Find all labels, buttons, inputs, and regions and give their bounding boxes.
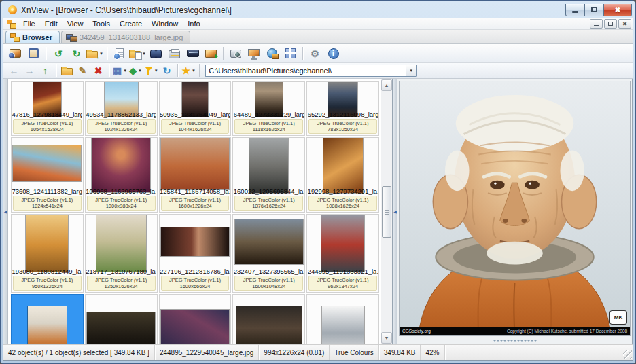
thumbnail-format: JPEG TrueColor (v1.1) <box>235 120 302 126</box>
thumbnail-cell[interactable]: 47816_1279818449_largeJPEG TrueColor (v1… <box>11 81 84 136</box>
forward-button[interactable]: → <box>22 65 37 77</box>
thumbnail-cell[interactable] <box>11 294 84 344</box>
copy-to-icon <box>129 51 141 58</box>
thumbnail-cell[interactable]: 65292_1312116098_largeJPEG TrueColor (v1… <box>306 81 379 136</box>
refresh-button[interactable]: ↻ <box>160 65 174 77</box>
vertical-scrollbar[interactable]: ▲ ▼ <box>381 79 392 344</box>
view-mode-button[interactable]: ▦▼ <box>113 65 127 77</box>
thumbnail-dimensions: 950x1326x24 <box>14 283 81 289</box>
resize-grip[interactable] <box>623 350 632 359</box>
thumbnail-image-area <box>308 139 377 187</box>
thumbnail-image-area <box>308 84 377 111</box>
scan-button[interactable] <box>184 46 201 62</box>
dropdown-arrow-icon[interactable]: ▼ <box>123 69 127 73</box>
thumbnail-row: 193080_1180812449_la...JPEG TrueColor (v… <box>10 213 380 293</box>
sort-button[interactable]: ◆▼ <box>128 65 143 77</box>
scrollbar-track[interactable] <box>381 91 392 332</box>
convert-button[interactable]: ▼ <box>86 46 103 62</box>
maximize-button[interactable] <box>584 4 603 16</box>
preview-bottom-splitter[interactable] <box>398 338 632 344</box>
edit-button[interactable]: ✎ <box>75 65 90 77</box>
thumbnail-cell[interactable] <box>159 294 232 344</box>
thumbnail-info: JPEG TrueColor (v1.1)1044x1626x24 <box>161 119 230 134</box>
browse-button[interactable] <box>7 46 24 62</box>
menu-item-create[interactable]: Create <box>115 19 147 29</box>
thumbnail-image <box>161 228 229 256</box>
slideshow-button[interactable] <box>202 46 219 62</box>
menu-item-file[interactable]: File <box>18 19 40 29</box>
settings-button[interactable]: ⚙ <box>306 46 323 62</box>
mdi-close-button[interactable]: ✖ <box>618 19 631 29</box>
scrollbar-thumb[interactable] <box>382 186 391 238</box>
thumbnail-dimensions: 1024x1226x24 <box>88 126 155 132</box>
title-bar[interactable]: XnView - [Browser - C:\Users\thibaud\Pic… <box>3 1 633 18</box>
thumbnail-cell[interactable]: 160022_1205695844_la...JPEG TrueColor (v… <box>232 137 305 213</box>
dropdown-arrow-icon[interactable]: ▼ <box>154 69 158 73</box>
minimize-button[interactable] <box>565 4 584 16</box>
thumbnail-cell[interactable]: 73608_1241111382_largeJPEG TrueColor (v1… <box>11 137 84 213</box>
mdi-restore-button[interactable] <box>604 19 617 29</box>
tab-browser[interactable]: Browser <box>5 31 60 43</box>
fullscreen-button[interactable] <box>25 46 42 62</box>
dropdown-arrow-icon[interactable]: ▼ <box>138 69 142 73</box>
thumbnail-image-area <box>234 139 303 187</box>
close-button[interactable]: ✖ <box>603 4 632 16</box>
contact-sheet-button[interactable] <box>282 46 299 62</box>
convert-icon <box>86 51 98 58</box>
thumbnail-image <box>249 137 288 193</box>
thumbnail-cell[interactable] <box>232 294 305 344</box>
menu-item-window[interactable]: Window <box>147 19 183 29</box>
app-window: XnView - [Browser - C:\Users\thibaud\Pic… <box>0 0 636 364</box>
thumbnail-dimensions: 1600x666x24 <box>162 283 229 289</box>
search-button[interactable] <box>147 46 164 62</box>
menu-item-view[interactable]: View <box>63 19 88 29</box>
preview-image[interactable]: MK CGSociety.org Copyright (C) Michael K… <box>399 81 631 336</box>
up-button[interactable]: ↑ <box>38 65 52 77</box>
thumbnail-cell[interactable]: 227196_1212816786_la...JPEG TrueColor (v… <box>159 214 232 293</box>
thumbnail-cell[interactable]: 125841_1166714058_la...JPEG TrueColor (v… <box>159 137 232 213</box>
menu-item-tools[interactable]: Tools <box>88 19 115 29</box>
address-input[interactable] <box>205 65 406 77</box>
thumbnail-cell[interactable]: 232407_1327395565_la...JPEG TrueColor (v… <box>232 214 305 293</box>
thumbnail-cell[interactable] <box>85 294 158 344</box>
capture-button[interactable] <box>227 46 244 62</box>
thumbnail-cell[interactable]: 49534_1178862133_largeJPEG TrueColor (v1… <box>85 81 158 136</box>
menu-item-edit[interactable]: Edit <box>40 19 63 29</box>
thumbnail-cell[interactable]: 218717_1310767180_la...JPEG TrueColor (v… <box>85 214 158 293</box>
address-dropdown-button[interactable]: ▼ <box>406 65 417 77</box>
thumbnail-cell[interactable]: 244895_1191333321_la...JPEG TrueColor (v… <box>306 214 379 293</box>
copy-to-button[interactable]: ▼ <box>129 46 146 62</box>
thumbnail-dimensions: 1088x1626x24 <box>309 203 376 209</box>
thumbnail-cell[interactable]: 64489_1273331229_largeJPEG TrueColor (v1… <box>232 81 305 136</box>
mdi-minimize-button[interactable] <box>590 19 603 29</box>
dropdown-arrow-icon[interactable]: ▼ <box>142 52 146 56</box>
wallpaper-button[interactable] <box>245 46 262 62</box>
pane-splitter[interactable]: ◀ <box>393 79 398 344</box>
thumbnail-image <box>235 219 303 264</box>
filter-button[interactable]: ▼ <box>144 65 158 77</box>
thumbnail-cell[interactable]: 106968_1163965763_la...JPEG TrueColor (v… <box>85 137 158 213</box>
rotate-right-button[interactable]: ↻ <box>68 46 85 62</box>
scroll-up-button[interactable]: ▲ <box>381 79 392 91</box>
dropdown-arrow-icon[interactable]: ▼ <box>192 69 196 73</box>
thumbnail-cell[interactable]: 193080_1180812449_la...JPEG TrueColor (v… <box>11 214 84 293</box>
scroll-down-button[interactable]: ▼ <box>381 332 392 344</box>
thumbnail-cell[interactable]: 192998_1279734291_la...JPEG TrueColor (v… <box>306 137 379 213</box>
thumbnail-info: JPEG TrueColor (v1.1)783x1050x24 <box>308 119 377 134</box>
thumbnail-info: JPEG TrueColor (v1.1)1024x541x24 <box>13 196 82 211</box>
back-button[interactable]: ← <box>7 65 21 77</box>
tab-image[interactable]: 342459_1314603188_large.jpg <box>61 31 190 43</box>
delete-button[interactable]: ✖ <box>91 65 105 77</box>
main-toolbar: ↺↻▼▼⚙i <box>3 44 633 63</box>
new-folder-button[interactable] <box>60 65 74 77</box>
properties-button[interactable] <box>111 46 128 62</box>
left-collapse-strip[interactable]: ◀ <box>3 79 8 344</box>
thumbnail-cell[interactable] <box>306 294 379 344</box>
favorites-button[interactable]: ★▼ <box>181 65 196 77</box>
rotate-left-button[interactable]: ↺ <box>50 46 67 62</box>
thumbnail-cell[interactable]: 50935_1231764949_largeJPEG TrueColor (v1… <box>159 81 232 136</box>
web-button[interactable] <box>264 46 281 62</box>
menu-item-info[interactable]: Info <box>183 19 205 29</box>
print-button[interactable] <box>166 46 183 62</box>
info-circle-button[interactable]: i <box>325 46 342 62</box>
